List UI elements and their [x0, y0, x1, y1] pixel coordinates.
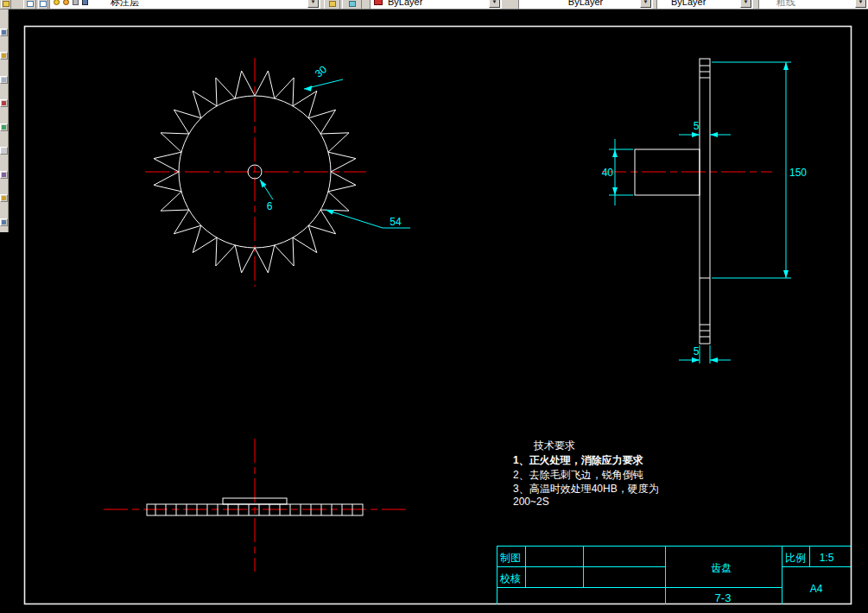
scale-value: 1:5	[820, 552, 834, 564]
dim-text-54: 54	[390, 216, 402, 228]
tech-requirements: 技术要求 1、正火处理，消除应力要求 2、去除毛刺飞边，锐角倒钝 3、高温时效处…	[513, 439, 659, 508]
dim-text-30: 30	[313, 63, 329, 80]
drawing-number: 7-3	[715, 591, 732, 604]
layer-combo-arrow-icon[interactable]: ▼	[307, 0, 319, 8]
dim-angle-30: 30	[304, 63, 343, 92]
layers-dialog-button[interactable]	[23, 0, 36, 9]
dim-arrow	[783, 270, 789, 278]
title-block: 制图 校核 齿盘 比例 1:5 A4 7-3	[497, 546, 851, 604]
left-toolbar-button[interactable]	[0, 99, 8, 107]
plotstyle-combo-value: 粗线	[776, 0, 795, 9]
layer-combo[interactable]: 标注层 ▼	[49, 0, 320, 9]
left-toolbar-button[interactable]	[0, 171, 8, 179]
dim-text-6: 6	[267, 200, 273, 212]
dim-text-5: 5	[694, 120, 700, 132]
layer-combo-value: 标注层	[111, 0, 139, 9]
tech-line-1: 1、正火处理，消除应力要求	[513, 454, 643, 466]
layer-thaw-icon	[63, 0, 69, 5]
dim-leader-54: 54	[326, 210, 410, 228]
layer-on-icon	[54, 0, 60, 5]
tech-line-3: 3、高温时效处理40HB，硬度为	[513, 483, 659, 495]
linetype-combo-value: ByLayer	[568, 0, 603, 7]
make-layer-current-button[interactable]	[324, 0, 340, 9]
dim-leader	[326, 210, 383, 228]
drawn-by-label: 制图	[500, 552, 521, 564]
dim-arrow	[260, 180, 267, 187]
left-toolbar-button[interactable]	[0, 123, 8, 131]
left-toolbar-button[interactable]	[0, 28, 8, 36]
lineweight-combo[interactable]: ByLayer ▼	[656, 0, 753, 9]
left-toolbar-button[interactable]	[0, 194, 8, 202]
dim-arrow	[612, 187, 618, 195]
dim-text-150: 150	[789, 167, 807, 179]
color-combo[interactable]: ByLayer ▼	[370, 0, 502, 9]
plotstyle-combo[interactable]: 粗线 ▼	[758, 0, 868, 9]
toolbar-button[interactable]	[38, 0, 48, 9]
tech-line-4: 200~2S	[513, 496, 549, 508]
sheet-border	[25, 27, 852, 604]
tech-title: 技术要求	[533, 439, 575, 452]
left-toolbar-button[interactable]	[0, 147, 8, 155]
linetype-combo-arrow-icon[interactable]: ▼	[640, 0, 651, 8]
color-combo-value: ByLayer	[388, 0, 422, 7]
sheet-size: A4	[810, 583, 823, 595]
left-toolbar-button[interactable]	[0, 52, 8, 60]
dim-arrow	[783, 62, 789, 70]
dim-bore-6: 6	[260, 180, 273, 212]
dim-thickness-bottom: 5	[679, 345, 731, 363]
dim-arrow	[326, 210, 334, 215]
top-toolbar: 标注层 ▼ ByLayer ▼ ByLayer ▼ ByLayer ▼ 粗线 ▼	[0, 0, 868, 9]
lineweight-combo-value: ByLayer	[671, 0, 706, 7]
dim-thickness-top: 5	[679, 120, 731, 137]
left-toolbar-button[interactable]	[0, 76, 8, 84]
side-view: 5 40 150	[602, 59, 808, 363]
part-name: 齿盘	[711, 562, 732, 574]
left-toolbar	[0, 9, 9, 232]
linetype-combo[interactable]: ByLayer ▼	[518, 0, 653, 9]
dim-diameter-150: 150	[712, 62, 807, 278]
dim-arrow	[304, 85, 312, 92]
front-view: 30 6 54	[145, 58, 410, 287]
tech-line-2: 2、去除毛刺飞边，锐角倒钝	[513, 469, 643, 481]
lineweight-combo-arrow-icon[interactable]: ▼	[740, 0, 751, 8]
color-swatch	[374, 0, 383, 5]
dim-arrow	[612, 149, 618, 157]
left-toolbar-button[interactable]	[0, 218, 8, 226]
color-combo-arrow-icon[interactable]: ▼	[489, 0, 500, 8]
toolbar-button[interactable]	[1, 0, 11, 9]
dim-arrow	[692, 357, 700, 363]
dim-arrow	[692, 132, 700, 137]
layer-color-swatch	[82, 0, 88, 5]
layer-previous-button[interactable]	[342, 0, 362, 9]
scale-label: 比例	[785, 552, 806, 564]
dim-text-40: 40	[602, 167, 614, 179]
drawing-canvas[interactable]: 30 6 54	[0, 0, 868, 613]
bottom-view	[104, 439, 406, 572]
layer-lock-icon	[73, 0, 79, 5]
cad-window: 30 6 54	[0, 0, 868, 613]
dim-arrow	[710, 357, 718, 363]
dim-text-5b: 5	[694, 345, 700, 357]
disc-section	[700, 59, 710, 344]
checked-by-label: 校核	[499, 572, 521, 585]
dim-arrow	[710, 132, 718, 137]
plotstyle-combo-arrow-icon[interactable]: ▼	[855, 0, 866, 8]
